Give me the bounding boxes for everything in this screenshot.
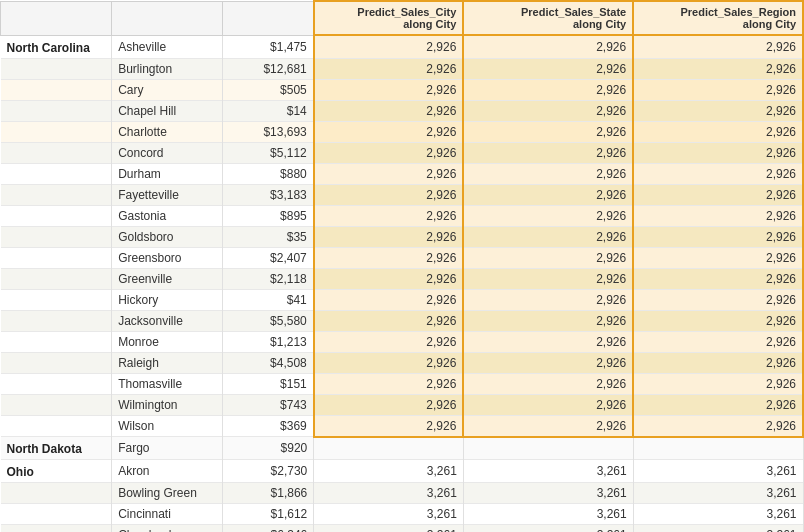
pred3-cell: 2,926 <box>633 79 803 100</box>
pred2-cell: 2,926 <box>463 331 633 352</box>
table-row: Gastonia$8952,9262,9262,926 <box>1 205 804 226</box>
table-row: Raleigh$4,5082,9262,9262,926 <box>1 352 804 373</box>
pred3-cell: 2,926 <box>633 289 803 310</box>
sales-cell: $5,112 <box>223 142 314 163</box>
city-cell: Durham <box>112 163 223 184</box>
table-row: Goldsboro$352,9262,9262,926 <box>1 226 804 247</box>
sales-cell: $1,866 <box>223 483 314 504</box>
pred2-cell: 2,926 <box>463 352 633 373</box>
data-table: Predict_Sales_Cityalong City Predict_Sal… <box>0 0 804 532</box>
table-row: Bowling Green$1,8663,2613,2613,261 <box>1 483 804 504</box>
sales-cell: $41 <box>223 289 314 310</box>
sales-cell: $6,346 <box>223 525 314 533</box>
pred1-cell: 2,926 <box>314 268 464 289</box>
table-row: North DakotaFargo$920 <box>1 437 804 460</box>
city-cell: Monroe <box>112 331 223 352</box>
state-cell <box>1 100 112 121</box>
state-cell: North Carolina <box>1 35 112 58</box>
state-cell <box>1 289 112 310</box>
sales-cell: $14 <box>223 100 314 121</box>
state-cell <box>1 205 112 226</box>
state-cell <box>1 373 112 394</box>
state-cell: North Dakota <box>1 437 112 460</box>
city-cell: Concord <box>112 142 223 163</box>
pred3-cell: 2,926 <box>633 268 803 289</box>
pred2-cell: 2,926 <box>463 394 633 415</box>
pred2-cell: 2,926 <box>463 415 633 437</box>
pred1-cell: 2,926 <box>314 121 464 142</box>
pred1-cell: 3,261 <box>314 504 464 525</box>
city-cell: Goldsboro <box>112 226 223 247</box>
col-pred1: Predict_Sales_Cityalong City <box>314 1 464 35</box>
table-row: Chapel Hill$142,9262,9262,926 <box>1 100 804 121</box>
state-cell <box>1 525 112 533</box>
pred1-cell: 2,926 <box>314 310 464 331</box>
table-row: Wilmington$7432,9262,9262,926 <box>1 394 804 415</box>
state-cell <box>1 310 112 331</box>
pred1-cell: 2,926 <box>314 205 464 226</box>
col-sales <box>223 1 314 35</box>
table-row: Greensboro$2,4072,9262,9262,926 <box>1 247 804 268</box>
col-state <box>1 1 112 35</box>
sales-cell: $1,213 <box>223 331 314 352</box>
table-row: Wilson$3692,9262,9262,926 <box>1 415 804 437</box>
table-row: Monroe$1,2132,9262,9262,926 <box>1 331 804 352</box>
pred3-cell: 2,926 <box>633 373 803 394</box>
col-pred3: Predict_Sales_Regionalong City <box>633 1 803 35</box>
pred2-cell <box>463 437 633 460</box>
sales-cell: $35 <box>223 226 314 247</box>
pred3-cell: 2,926 <box>633 121 803 142</box>
sales-cell: $13,693 <box>223 121 314 142</box>
pred1-cell: 2,926 <box>314 184 464 205</box>
city-cell: Cincinnati <box>112 504 223 525</box>
pred1-cell <box>314 437 464 460</box>
table-row: Cary$5052,9262,9262,926 <box>1 79 804 100</box>
state-cell: Ohio <box>1 460 112 483</box>
pred3-cell: 2,926 <box>633 247 803 268</box>
sales-cell: $920 <box>223 437 314 460</box>
col-pred2: Predict_Sales_Statealong City <box>463 1 633 35</box>
city-cell: Cleveland <box>112 525 223 533</box>
pred1-cell: 2,926 <box>314 226 464 247</box>
state-cell <box>1 331 112 352</box>
state-cell <box>1 394 112 415</box>
city-cell: Jacksonville <box>112 310 223 331</box>
pred2-cell: 2,926 <box>463 163 633 184</box>
state-cell <box>1 226 112 247</box>
sales-cell: $1,475 <box>223 35 314 58</box>
col-city <box>112 1 223 35</box>
city-cell: Fayetteville <box>112 184 223 205</box>
pred2-cell: 2,926 <box>463 310 633 331</box>
pred3-cell: 3,261 <box>633 460 803 483</box>
sales-cell: $151 <box>223 373 314 394</box>
pred3-cell: 3,261 <box>633 525 803 533</box>
pred2-cell: 2,926 <box>463 289 633 310</box>
pred1-cell: 2,926 <box>314 79 464 100</box>
pred2-cell: 2,926 <box>463 268 633 289</box>
city-cell: Cary <box>112 79 223 100</box>
pred3-cell: 2,926 <box>633 226 803 247</box>
pred2-cell: 2,926 <box>463 184 633 205</box>
sales-cell: $895 <box>223 205 314 226</box>
table-row: Greenville$2,1182,9262,9262,926 <box>1 268 804 289</box>
state-cell <box>1 483 112 504</box>
pred2-cell: 2,926 <box>463 373 633 394</box>
pred3-cell: 2,926 <box>633 415 803 437</box>
state-cell <box>1 247 112 268</box>
state-cell <box>1 352 112 373</box>
city-cell: Bowling Green <box>112 483 223 504</box>
table-row: North CarolinaAsheville$1,4752,9262,9262… <box>1 35 804 58</box>
pred2-cell: 2,926 <box>463 35 633 58</box>
pred3-cell: 2,926 <box>633 163 803 184</box>
pred2-cell: 3,261 <box>463 483 633 504</box>
state-cell <box>1 415 112 437</box>
pred3-cell <box>633 437 803 460</box>
pred2-cell: 2,926 <box>463 205 633 226</box>
city-cell: Burlington <box>112 58 223 79</box>
table-row: Thomasville$1512,9262,9262,926 <box>1 373 804 394</box>
state-cell <box>1 184 112 205</box>
city-cell: Wilmington <box>112 394 223 415</box>
pred3-cell: 2,926 <box>633 205 803 226</box>
sales-cell: $369 <box>223 415 314 437</box>
pred1-cell: 2,926 <box>314 58 464 79</box>
